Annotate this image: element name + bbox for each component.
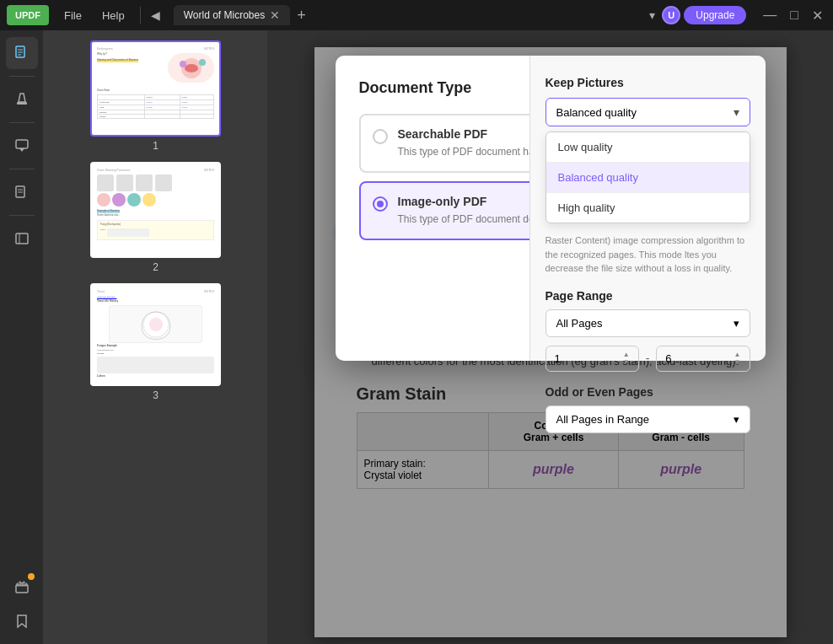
main-layout: EndosporesNOTES Why hp? Staining and Obs… bbox=[0, 30, 833, 644]
svg-point-19 bbox=[199, 59, 206, 66]
searchable-radio bbox=[373, 129, 388, 144]
svg-rect-6 bbox=[16, 140, 28, 148]
app-logo: UPDF bbox=[7, 5, 49, 25]
page-range-value: All Pages bbox=[556, 317, 603, 330]
sidebar-divider-3 bbox=[9, 169, 35, 169]
add-tab-button[interactable]: + bbox=[297, 7, 306, 24]
thumb-num-2: 2 bbox=[153, 261, 159, 273]
page-from-value: 1 bbox=[555, 352, 561, 365]
menu-file[interactable]: File bbox=[56, 6, 90, 25]
minimize-button[interactable]: — bbox=[760, 8, 780, 24]
quality-select-arrow: ▾ bbox=[734, 105, 739, 119]
page-range-title: Page Range bbox=[545, 289, 750, 303]
odd-even-arrow: ▾ bbox=[734, 413, 739, 426]
page-to-down[interactable]: ▼ bbox=[734, 359, 741, 366]
image-only-radio bbox=[373, 196, 388, 212]
organize-icon-btn[interactable] bbox=[6, 223, 38, 255]
page-to-value: 6 bbox=[665, 352, 671, 365]
right-panel: Keep Pictures Balanced quality ▾ Low qua… bbox=[529, 56, 766, 361]
thumb-img-3: YeastNOTES Some link text here... Yeast … bbox=[90, 283, 221, 386]
svg-rect-11 bbox=[16, 233, 28, 244]
tab-close-icon[interactable]: ✕ bbox=[270, 8, 280, 22]
svg-marker-7 bbox=[19, 148, 24, 152]
odd-even-select[interactable]: All Pages in Range ▾ bbox=[545, 405, 750, 433]
quality-dropdown: Low quality Balanced quality High qualit… bbox=[545, 131, 750, 223]
svg-marker-5 bbox=[19, 94, 25, 102]
window-controls: — □ ✕ bbox=[760, 8, 826, 24]
highlight-icon-btn[interactable] bbox=[6, 83, 38, 115]
thumb-num-1: 1 bbox=[153, 140, 159, 152]
pages-icon-btn[interactable] bbox=[6, 37, 38, 69]
page-to-spinners: ▲ ▼ bbox=[734, 352, 741, 366]
tab-arrow-left[interactable]: ◀ bbox=[148, 5, 164, 25]
thumb-img-2: Gram Staining ProcedureNOTES Example of … bbox=[90, 162, 221, 258]
sidebar-divider-2 bbox=[9, 122, 35, 123]
titlebar: UPDF File Help ◀ World of Microbes ✕ + ▾… bbox=[0, 0, 833, 30]
page-range-inputs: 1 ▲ ▼ - 6 ▲ ▼ bbox=[545, 346, 750, 372]
tab-world-microbes[interactable]: World of Microbes ✕ bbox=[174, 5, 290, 25]
svg-point-17 bbox=[185, 64, 198, 72]
modal: Document Type Searchable PDF This type o… bbox=[336, 56, 766, 361]
quality-high[interactable]: High quality bbox=[546, 192, 750, 223]
svg-point-21 bbox=[149, 318, 163, 331]
page-from-down[interactable]: ▼ bbox=[623, 359, 630, 366]
edit-icon-btn[interactable] bbox=[6, 176, 38, 208]
divider bbox=[140, 7, 141, 24]
bookmark-icon-btn[interactable] bbox=[6, 605, 38, 637]
quality-balanced[interactable]: Balanced quality bbox=[546, 162, 750, 192]
comment-icon-btn[interactable] bbox=[6, 130, 38, 162]
thumbnail-panel: EndosporesNOTES Why hp? Staining and Obs… bbox=[44, 30, 267, 644]
page-from-input[interactable]: 1 ▲ ▼ bbox=[545, 346, 639, 372]
menu-help[interactable]: Help bbox=[94, 6, 133, 25]
page-dash: - bbox=[646, 352, 650, 365]
page-range-select[interactable]: All Pages ▾ bbox=[545, 309, 750, 337]
page-range-arrow: ▾ bbox=[734, 317, 739, 330]
gift-icon-btn[interactable] bbox=[6, 570, 38, 602]
thumbnail-3[interactable]: YeastNOTES Some link text here... Yeast … bbox=[90, 283, 221, 401]
quality-select-value: Balanced quality bbox=[556, 106, 637, 119]
svg-point-18 bbox=[180, 61, 186, 67]
odd-even-value: All Pages in Range bbox=[556, 413, 650, 426]
user-avatar: U bbox=[662, 6, 680, 24]
gift-badge bbox=[28, 573, 35, 580]
quality-low[interactable]: Low quality bbox=[546, 132, 750, 162]
thumbnail-2[interactable]: Gram Staining ProcedureNOTES Example of … bbox=[90, 162, 221, 273]
keep-pictures-title: Keep Pictures bbox=[545, 76, 750, 89]
help-text: Raster Content) image compression algori… bbox=[545, 233, 750, 276]
page-from-up[interactable]: ▲ bbox=[623, 352, 630, 358]
maximize-button[interactable]: □ bbox=[787, 8, 802, 24]
sidebar-divider-4 bbox=[9, 215, 35, 216]
thumb-diagram bbox=[168, 53, 214, 83]
page-from-spinners: ▲ ▼ bbox=[623, 352, 630, 366]
thumb-img-1: EndosporesNOTES Why hp? Staining and Obs… bbox=[90, 40, 221, 137]
modal-container: Document Type Searchable PDF This type o… bbox=[336, 56, 766, 361]
page-to-up[interactable]: ▲ bbox=[734, 352, 741, 358]
radio-inner bbox=[377, 201, 384, 207]
svg-marker-15 bbox=[18, 615, 26, 627]
page-to-input[interactable]: 6 ▲ ▼ bbox=[656, 346, 750, 372]
tab-title: World of Microbes bbox=[184, 9, 265, 21]
modal-overlay: Document Type Searchable PDF This type o… bbox=[267, 30, 833, 644]
icon-sidebar bbox=[0, 30, 44, 644]
thumbnail-1[interactable]: EndosporesNOTES Why hp? Staining and Obs… bbox=[90, 40, 221, 152]
odd-even-title: Odd or Even Pages bbox=[545, 385, 750, 399]
thumb-num-3: 3 bbox=[153, 389, 159, 401]
tab-arrow-down[interactable]: ▾ bbox=[646, 5, 658, 25]
upgrade-button[interactable]: Upgrade bbox=[684, 6, 746, 24]
close-button[interactable]: ✕ bbox=[809, 8, 826, 24]
quality-select[interactable]: Balanced quality ▾ bbox=[545, 98, 750, 126]
sidebar-divider-1 bbox=[9, 76, 35, 77]
content-wrapper: Chapter... End... Endos... that a... har… bbox=[267, 30, 833, 644]
